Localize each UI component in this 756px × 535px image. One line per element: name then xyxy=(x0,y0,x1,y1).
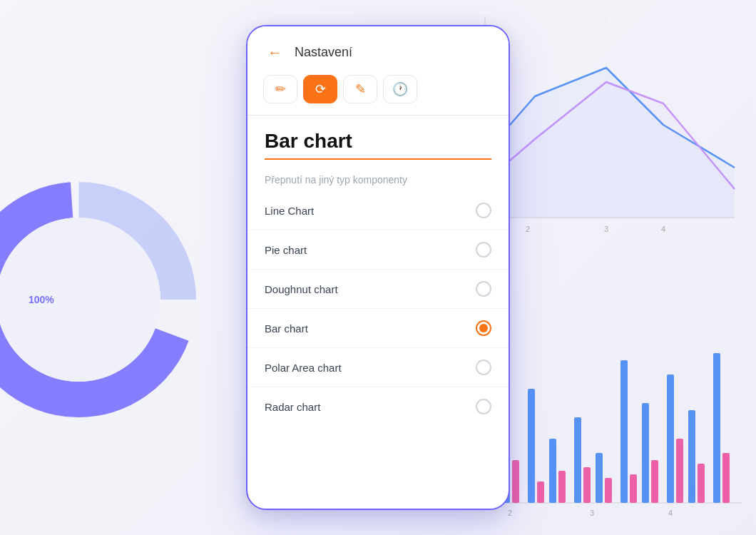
radio-circle-bar-chart xyxy=(476,320,491,336)
radio-item-pie-chart[interactable]: Pie chart xyxy=(247,230,509,270)
svg-rect-18 xyxy=(528,389,535,503)
svg-rect-33 xyxy=(698,464,705,503)
svg-rect-25 xyxy=(605,478,612,503)
svg-rect-35 xyxy=(722,453,730,503)
doughnut-decoration: 100% xyxy=(0,178,200,421)
section-title: Bar chart xyxy=(247,116,509,156)
svg-rect-27 xyxy=(630,474,637,503)
toolbar-edit-btn[interactable]: ✏ xyxy=(263,75,297,103)
header-title: Nastavení xyxy=(295,45,352,60)
charttype-icon: ⟳ xyxy=(315,81,326,97)
svg-rect-30 xyxy=(667,374,674,503)
svg-text:4: 4 xyxy=(668,509,673,517)
radio-circle-line-chart xyxy=(476,203,491,218)
back-button[interactable]: ← xyxy=(263,41,286,63)
svg-text:3: 3 xyxy=(604,225,608,233)
radio-item-line-chart[interactable]: Line Chart xyxy=(247,191,509,230)
radio-circle-pie-chart xyxy=(476,242,491,258)
toolbar-charttype-btn[interactable]: ⟳ xyxy=(303,75,337,103)
svg-rect-17 xyxy=(512,460,519,503)
radio-item-radar-chart[interactable]: Radar chart xyxy=(247,387,509,426)
radio-label-line-chart: Line Chart xyxy=(265,205,314,217)
svg-rect-23 xyxy=(583,467,591,503)
svg-rect-24 xyxy=(596,453,603,503)
svg-rect-29 xyxy=(651,460,658,503)
svg-text:2: 2 xyxy=(508,509,512,517)
svg-rect-20 xyxy=(549,439,556,503)
radio-item-doughnut-chart[interactable]: Doughnut chart xyxy=(247,270,509,309)
radio-label-polar-area-chart: Polar Area chart xyxy=(265,362,342,374)
svg-marker-8 xyxy=(485,82,735,218)
radio-label-doughnut-chart: Doughnut chart xyxy=(265,283,338,295)
svg-rect-21 xyxy=(558,471,566,503)
back-icon: ← xyxy=(267,44,282,61)
card-header: ← Nastavení xyxy=(247,26,509,75)
edit-icon: ✏ xyxy=(275,81,286,97)
svg-text:3: 3 xyxy=(590,509,594,517)
svg-rect-32 xyxy=(688,410,695,503)
svg-point-2 xyxy=(0,218,160,382)
radio-label-bar-chart: Bar chart xyxy=(265,322,308,335)
radio-label-radar-chart: Radar chart xyxy=(265,401,320,413)
svg-rect-19 xyxy=(537,482,544,503)
radio-label-pie-chart: Pie chart xyxy=(265,244,307,256)
section-subtitle: Přepnutí na jiný typ komponenty xyxy=(247,160,509,191)
mobile-card: ← Nastavení ✏ ⟳ ✎ 🕐 Bar chart Přepnutí n… xyxy=(246,25,510,510)
svg-rect-22 xyxy=(574,417,581,503)
toolbar: ✏ ⟳ ✎ 🕐 xyxy=(247,75,509,115)
radio-item-bar-chart[interactable]: Bar chart xyxy=(247,309,509,348)
toolbar-style-btn[interactable]: ✎ xyxy=(343,75,377,103)
toolbar-history-btn[interactable]: 🕐 xyxy=(383,75,417,103)
svg-text:4: 4 xyxy=(661,225,665,233)
radio-list: Line Chart Pie chart Doughnut chart Bar … xyxy=(247,191,509,426)
history-icon: 🕐 xyxy=(392,81,408,97)
radio-circle-polar-area-chart xyxy=(476,360,491,375)
style-icon: ✎ xyxy=(355,81,366,97)
svg-text:2: 2 xyxy=(526,225,530,233)
svg-text:100%: 100% xyxy=(29,294,54,305)
radio-circle-radar-chart xyxy=(476,399,491,414)
svg-rect-26 xyxy=(620,360,628,503)
svg-rect-31 xyxy=(676,439,683,503)
radio-item-polar-area-chart[interactable]: Polar Area chart xyxy=(247,348,509,387)
svg-rect-28 xyxy=(642,403,649,503)
radio-circle-doughnut-chart xyxy=(476,281,491,297)
svg-rect-34 xyxy=(713,353,720,503)
